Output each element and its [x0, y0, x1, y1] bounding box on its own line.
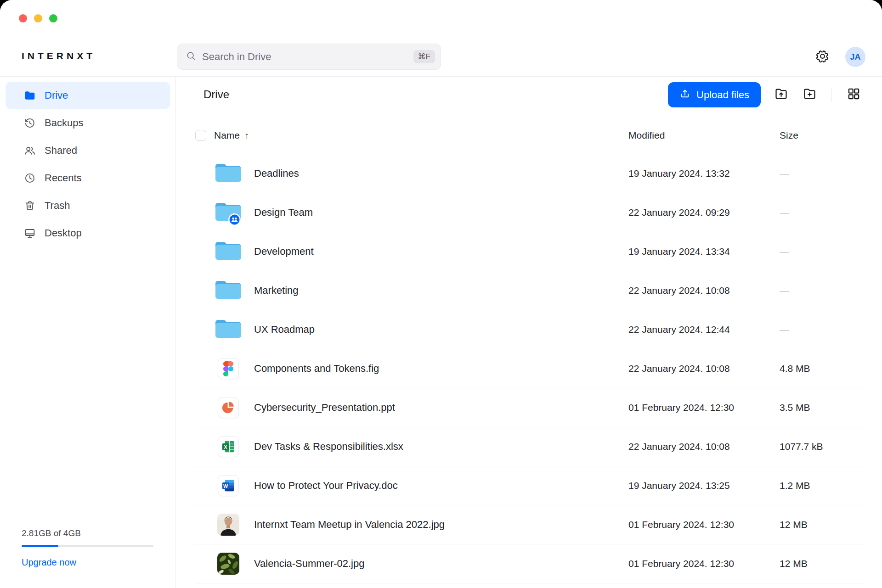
item-icon [217, 397, 239, 419]
table-row[interactable]: Development19 January 2024. 13:34— [195, 232, 865, 271]
close-window-button[interactable] [19, 14, 27, 22]
figma-file-icon [218, 358, 239, 379]
table-row[interactable]: Valencia-Summer-02.jpg01 February 2024. … [195, 544, 865, 583]
avatar[interactable]: JA [845, 47, 865, 67]
table-row[interactable]: Marketing22 January 2024. 10:08— [195, 271, 865, 310]
item-icon: X [217, 436, 239, 458]
internxt-logo: INTERNXT [22, 50, 96, 62]
item-name: Dev Tasks & Responsibilities.xlsx [254, 441, 628, 453]
item-size: — [780, 324, 865, 335]
storage-section: 2.81GB of 4GB Upgrade now [22, 528, 153, 568]
powerpoint-file-icon [218, 397, 239, 418]
column-header-modified[interactable]: Modified [628, 130, 780, 141]
item-name: Components and Tokens.fig [254, 363, 628, 375]
sidebar-item-label: Desktop [45, 227, 82, 239]
search-icon [186, 50, 196, 63]
item-modified: 01 February 2024. 12:30 [628, 519, 780, 530]
clock-icon [24, 172, 36, 184]
grid-view-icon [847, 87, 861, 103]
sidebar-item-backups[interactable]: Backups [6, 109, 170, 137]
search-input[interactable]: Search in Drive ⌘F [177, 44, 441, 70]
select-all-checkbox[interactable] [195, 130, 206, 141]
item-icon [217, 241, 239, 263]
item-size: 12 MB [780, 519, 865, 530]
item-modified: 22 January 2024. 10:08 [628, 441, 780, 452]
table-row[interactable]: Deadlines19 January 2024. 13:32— [195, 154, 865, 193]
word-file-icon: W [218, 475, 239, 496]
upload-icon [679, 88, 690, 102]
shared-badge-icon [228, 213, 241, 226]
column-header-size[interactable]: Size [780, 130, 865, 141]
photo-thumbnail-leaves [217, 553, 239, 575]
item-name: Design Team [254, 207, 628, 218]
file-table: Name ↑ Modified Size Deadlines19 January… [195, 117, 865, 583]
upgrade-now-link[interactable]: Upgrade now [22, 557, 153, 568]
main-content: Drive Upload files [176, 77, 882, 588]
item-icon [217, 358, 239, 380]
item-icon [217, 202, 239, 224]
top-bar: INTERNXT Search in Drive ⌘F JA [0, 0, 882, 77]
item-size: 4.8 MB [780, 363, 865, 374]
item-icon: W [217, 475, 239, 497]
table-row[interactable]: WHow to Protect Your Privacy.doc19 Janua… [195, 466, 865, 505]
table-row[interactable]: UX Roadmap22 January 2024. 12:44— [195, 310, 865, 349]
item-name: Cybersecurity_Presentation.ppt [254, 402, 628, 414]
settings-button[interactable] [814, 49, 830, 65]
toolbar-divider [831, 88, 831, 102]
column-header-name[interactable]: Name ↑ [214, 130, 628, 141]
upload-folder-button[interactable] [773, 87, 789, 103]
folder-icon [215, 318, 242, 342]
avatar-initials: JA [850, 52, 860, 62]
file-table-body: Deadlines19 January 2024. 13:32—Design T… [195, 154, 865, 583]
minimize-window-button[interactable] [34, 14, 42, 22]
item-modified: 22 January 2024. 10:08 [628, 285, 780, 296]
people-icon [24, 145, 36, 157]
item-size: — [780, 246, 865, 257]
sidebar-item-shared[interactable]: Shared [6, 137, 170, 164]
upload-files-button[interactable]: Upload files [668, 82, 761, 107]
table-row[interactable]: XDev Tasks & Responsibilities.xlsx22 Jan… [195, 427, 865, 466]
sidebar-item-label: Drive [45, 90, 68, 101]
table-row[interactable]: Design Team22 January 2024. 09:29— [195, 193, 865, 232]
toolbar: Upload files [668, 82, 861, 107]
sidebar-item-trash[interactable]: Trash [6, 192, 170, 219]
item-icon [217, 553, 239, 575]
grid-view-button[interactable] [846, 87, 861, 103]
storage-progress-bar [22, 545, 153, 547]
item-name: Internxt Team Meetup in Valencia 2022.jp… [254, 519, 628, 531]
trash-icon [24, 200, 36, 212]
item-name: Deadlines [254, 168, 628, 179]
gear-icon [815, 49, 830, 65]
table-row[interactable]: Internxt Team Meetup in Valencia 2022.jp… [195, 505, 865, 544]
item-size: — [780, 207, 865, 218]
item-size: — [780, 285, 865, 296]
new-folder-button[interactable] [802, 87, 817, 103]
sidebar-item-recents[interactable]: Recents [6, 164, 170, 192]
item-icon [217, 162, 239, 185]
item-size: 3.5 MB [780, 402, 865, 413]
sidebar-item-label: Trash [45, 200, 70, 212]
sidebar: DriveBackupsSharedRecentsTrashDesktop 2.… [0, 77, 176, 588]
sort-ascending-icon: ↑ [244, 130, 249, 141]
sidebar-item-desktop[interactable]: Desktop [6, 219, 170, 247]
folder-icon [215, 279, 242, 302]
table-row[interactable]: Cybersecurity_Presentation.ppt01 Februar… [195, 388, 865, 427]
photo-thumbnail-portrait [217, 514, 239, 536]
item-name: UX Roadmap [254, 324, 628, 336]
sidebar-item-label: Recents [45, 172, 82, 184]
sidebar-item-drive[interactable]: Drive [6, 82, 170, 109]
table-header: Name ↑ Modified Size [195, 117, 865, 154]
excel-file-icon: X [218, 436, 239, 457]
storage-progress-fill [22, 545, 58, 547]
svg-text:X: X [224, 444, 227, 450]
sidebar-item-label: Backups [45, 117, 83, 129]
item-modified: 19 January 2024. 13:34 [628, 246, 780, 257]
table-row[interactable]: Components and Tokens.fig22 January 2024… [195, 349, 865, 388]
zoom-window-button[interactable] [49, 14, 57, 22]
storage-usage-text: 2.81GB of 4GB [22, 528, 153, 538]
item-icon [217, 280, 239, 302]
desktop-icon [24, 227, 36, 239]
folder-upload-icon [774, 87, 788, 103]
item-name: How to Protect Your Privacy.doc [254, 480, 628, 492]
item-name: Marketing [254, 285, 628, 297]
